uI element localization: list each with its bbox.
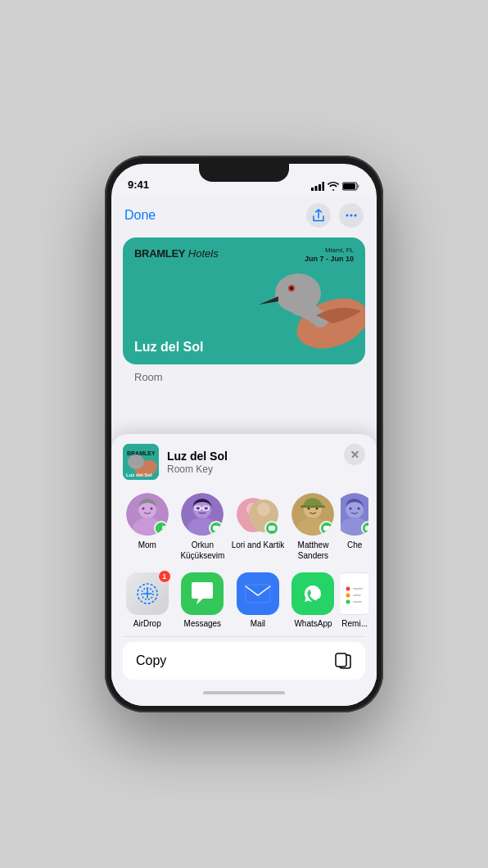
share-header: BRAMLEY Luz del Sol Luz del Sol Room Key (111, 434, 377, 488)
phone-frame: 9:41 (105, 156, 383, 712)
done-button[interactable]: Done (124, 208, 156, 223)
person-item[interactable]: Che (341, 493, 368, 561)
whatsapp-logo (300, 581, 326, 607)
app-item-whatsapp[interactable]: WhatsApp (286, 572, 341, 628)
messages-badge-matthew (319, 521, 334, 536)
share-button[interactable] (306, 203, 331, 228)
svg-point-37 (257, 503, 270, 516)
reminders-label: Remi... (341, 619, 368, 628)
svg-rect-5 (343, 183, 355, 189)
svg-point-17 (128, 454, 144, 469)
person-avatar-mom (126, 493, 169, 536)
svg-rect-44 (300, 505, 325, 508)
notch (199, 164, 289, 182)
svg-point-56 (346, 594, 350, 598)
person-name-orkun: Orkun Küçüksevim (175, 540, 231, 561)
svg-rect-6 (358, 185, 359, 188)
airdrop-label: AirDrop (133, 619, 161, 628)
more-button[interactable] (339, 203, 364, 228)
svg-point-48 (350, 508, 352, 510)
svg-point-7 (346, 215, 349, 217)
svg-point-22 (142, 508, 144, 510)
person-avatar-che (341, 493, 368, 536)
svg-rect-2 (319, 184, 321, 191)
home-indicator (111, 685, 377, 698)
person-name-che: Che (347, 540, 362, 550)
person-avatar-lori (237, 493, 279, 536)
svg-point-13 (290, 287, 293, 290)
airdrop-badge: 1 (158, 570, 171, 583)
share-close-button[interactable] (344, 444, 365, 465)
person-item[interactable]: Orkun Küçüksevim (175, 493, 231, 561)
share-sheet: BRAMLEY Luz del Sol Luz del Sol Room Key (111, 434, 377, 706)
svg-point-23 (150, 508, 152, 510)
hotel-brand-italic: Hotels (185, 247, 218, 260)
person-avatar-orkun (181, 493, 224, 536)
svg-point-49 (358, 508, 360, 510)
svg-rect-58 (353, 588, 363, 590)
svg-rect-1 (315, 186, 318, 191)
mail-logo (245, 584, 271, 604)
messages-logo (190, 582, 215, 605)
person-name-mom: Mom (138, 540, 156, 550)
people-row: Mom (111, 488, 377, 567)
svg-rect-59 (353, 594, 361, 596)
svg-point-9 (355, 215, 357, 217)
airdrop-logo (135, 581, 160, 606)
bird-illustration (242, 254, 365, 360)
home-bar (203, 691, 285, 694)
whatsapp-icon (291, 572, 334, 615)
messages-label: Messages (184, 619, 222, 628)
svg-rect-52 (246, 585, 270, 603)
svg-rect-3 (323, 182, 325, 191)
share-sheet-title: Luz del Sol (167, 450, 365, 463)
share-sheet-subtitle: Room Key (167, 463, 365, 475)
hotel-brand-name: BRAMLEY (134, 247, 185, 260)
svg-rect-62 (336, 653, 346, 667)
svg-point-29 (206, 508, 208, 510)
app-row: 1 AirDrop Messages (111, 567, 377, 635)
svg-text:Luz del Sol: Luz del Sol (126, 472, 152, 477)
phone-screen: 9:41 (111, 164, 377, 706)
app-item-messages[interactable]: Messages (175, 572, 231, 628)
messages-badge-mom (154, 521, 169, 536)
svg-rect-60 (353, 601, 362, 603)
share-title-area: Luz del Sol Room Key (167, 450, 365, 475)
status-time: 9:41 (128, 179, 149, 192)
below-card-text: Room (134, 371, 163, 383)
reminders-icon (341, 572, 368, 615)
wifi-icon (328, 182, 339, 191)
person-item[interactable]: Mom (120, 493, 175, 561)
battery-icon (342, 182, 360, 191)
messages-icon (181, 572, 224, 615)
person-name-matthew: Matthew Sanders (286, 540, 341, 561)
copy-row[interactable]: Copy (123, 642, 365, 680)
hotel-guest-name: Luz del Sol (134, 340, 203, 355)
app-item-airdrop[interactable]: 1 AirDrop (120, 572, 175, 628)
share-icon (313, 209, 324, 222)
messages-badge-orkun (209, 521, 224, 536)
main-content: Done (111, 197, 377, 706)
signal-icon (311, 182, 324, 191)
person-item[interactable]: Lori and Kartik (230, 493, 286, 561)
person-name-lori: Lori and Kartik (232, 540, 284, 550)
airdrop-icon: 1 (126, 572, 169, 615)
hotel-brand: BRAMLEY Hotels (134, 246, 219, 260)
nav-bar: Done (111, 197, 377, 234)
svg-point-28 (197, 508, 200, 510)
copy-label: Copy (136, 653, 166, 668)
svg-point-57 (346, 600, 350, 604)
messages-badge-lori (264, 521, 279, 536)
person-avatar-matthew (291, 493, 334, 536)
svg-text:BRAMLEY: BRAMLEY (127, 450, 156, 456)
svg-point-8 (350, 215, 353, 217)
bird-svg (242, 254, 365, 360)
share-thumbnail: BRAMLEY Luz del Sol (123, 444, 159, 480)
copy-icon (334, 652, 352, 670)
svg-point-55 (346, 587, 350, 591)
app-item-mail[interactable]: Mail (230, 572, 286, 628)
app-item-reminders[interactable]: Remi... (341, 572, 368, 628)
separator (123, 636, 365, 637)
reminders-logo (343, 582, 366, 605)
person-item[interactable]: Matthew Sanders (286, 493, 341, 561)
